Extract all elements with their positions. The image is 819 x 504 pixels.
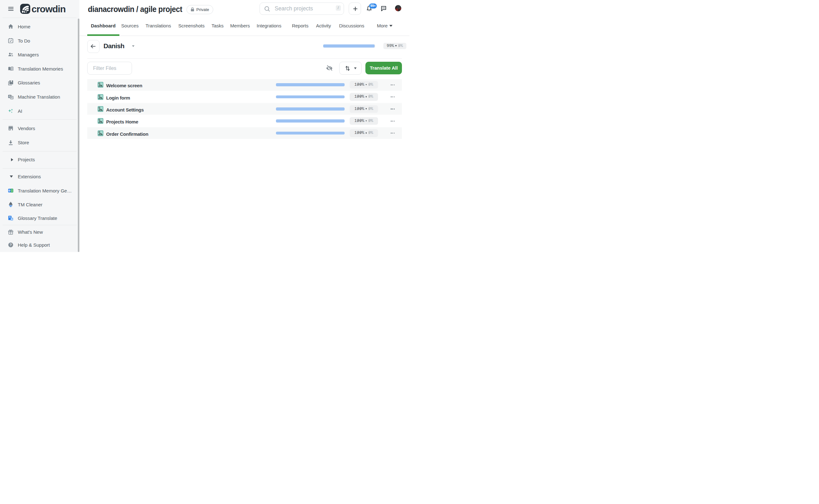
svg-text:?: ? [10, 243, 12, 247]
